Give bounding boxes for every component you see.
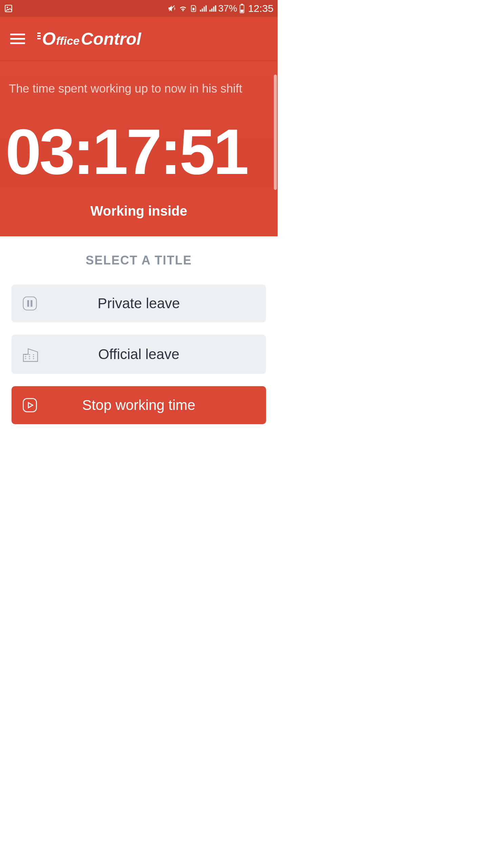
panel-heading: SELECT A TITLE [12, 253, 266, 268]
option-label: Private leave [21, 295, 257, 312]
signal2-icon [209, 5, 216, 12]
elapsed-timer: 03:17:51 [5, 119, 269, 184]
scroll-thumb[interactable] [274, 75, 277, 190]
brand-control: Control [81, 29, 141, 49]
svg-point-1 [7, 7, 8, 8]
svg-rect-5 [241, 10, 243, 13]
battery-pct: 37% [218, 3, 237, 14]
sim-icon [190, 4, 197, 13]
clock: 12:35 [248, 3, 273, 14]
option-official-leave[interactable]: Official leave [12, 335, 266, 374]
image-icon [4, 4, 13, 13]
wifi-icon [178, 4, 188, 13]
option-private-leave[interactable]: Private leave [12, 284, 266, 322]
hero-subtitle: The time spent working up to now in his … [9, 81, 269, 96]
menu-button[interactable] [10, 34, 25, 44]
mute-vibrate-icon [167, 4, 176, 13]
status-bar: 37% 12:35 [0, 0, 278, 17]
option-label: Stop working time [21, 397, 257, 413]
svg-rect-2 [192, 8, 195, 10]
status-left [4, 4, 13, 13]
option-label: Official leave [21, 346, 257, 362]
battery-icon [239, 4, 245, 13]
signal1-icon [199, 5, 207, 12]
app-bar: O ffice Control [0, 17, 278, 61]
status-right: 37% 12:35 [167, 3, 273, 14]
brand-o: O [42, 28, 55, 49]
svg-rect-4 [241, 4, 243, 5]
brand-logo: O ffice Control [42, 28, 141, 49]
timer-hero: The time spent working up to now in his … [0, 61, 278, 187]
option-stop-working[interactable]: Stop working time [12, 386, 266, 424]
brand-ffice: ffice [56, 34, 79, 47]
working-status: Working inside [0, 187, 278, 236]
options-panel: SELECT A TITLE Private leave Official le… [0, 236, 278, 450]
